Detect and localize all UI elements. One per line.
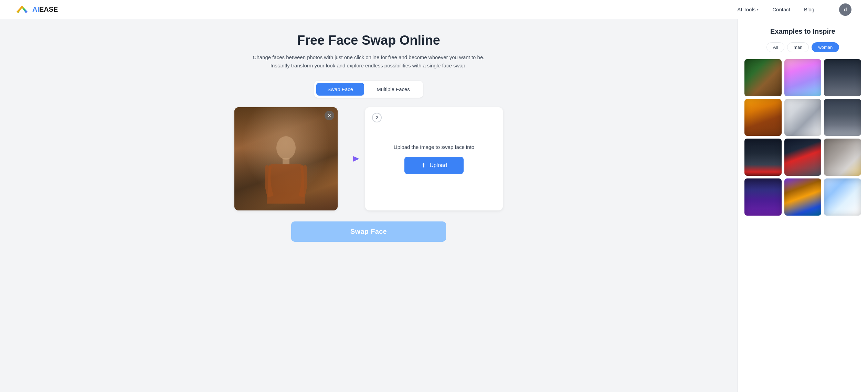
logo-text: AIEASE xyxy=(32,6,58,13)
nav-contact[interactable]: Contact xyxy=(772,7,790,12)
close-button[interactable]: ✕ xyxy=(325,111,334,120)
grid-image-img4[interactable] xyxy=(744,99,782,136)
source-image xyxy=(234,107,338,210)
upload-button[interactable]: ⬆ Upload xyxy=(404,157,464,174)
svg-point-0 xyxy=(276,136,296,160)
grid-image-img6[interactable] xyxy=(824,99,861,136)
tabs-container: Swap Face Multiple Faces xyxy=(314,81,423,98)
filter-all[interactable]: All xyxy=(766,42,784,52)
filter-chips: All man woman xyxy=(744,42,861,52)
grid-image-img12[interactable] xyxy=(824,178,861,216)
sidebar-title: Examples to Inspire xyxy=(744,28,861,35)
workspace: ✕ 2 xyxy=(234,107,503,210)
filter-woman[interactable]: woman xyxy=(812,42,839,52)
grid-image-img5[interactable] xyxy=(784,99,822,136)
sidebar: Examples to Inspire All man woman xyxy=(737,19,868,392)
navigation: AIEASE AI Tools ▾ Contact Blog d xyxy=(0,0,868,19)
grid-image-img8[interactable] xyxy=(784,139,822,176)
content-area: Free Face Swap Online Change faces betwe… xyxy=(0,19,737,392)
figure-silhouette xyxy=(265,135,307,210)
logo-icon xyxy=(17,6,28,13)
arrow-container xyxy=(338,154,365,164)
nav-links: AI Tools ▾ Contact Blog d xyxy=(737,3,851,16)
grid-image-img10[interactable] xyxy=(744,178,782,216)
swap-face-button[interactable]: Swap Face xyxy=(291,221,446,242)
step-badge: 2 xyxy=(372,113,382,122)
grid-image-img1[interactable] xyxy=(744,59,782,96)
filter-man[interactable]: man xyxy=(787,42,809,52)
grid-image-img7[interactable] xyxy=(744,139,782,176)
arrow-icon xyxy=(343,154,360,164)
avatar[interactable]: d xyxy=(839,3,851,16)
upload-icon: ⬆ xyxy=(421,162,426,169)
source-panel: ✕ xyxy=(234,107,338,210)
grid-image-img11[interactable] xyxy=(784,178,822,216)
grid-image-img9[interactable] xyxy=(824,139,861,176)
nav-ai-tools[interactable]: AI Tools ▾ xyxy=(737,7,759,12)
page-subtitle: Change faces between photos with just on… xyxy=(248,53,489,70)
grid-image-img3[interactable] xyxy=(824,59,861,96)
chevron-down-icon: ▾ xyxy=(757,8,759,11)
nav-blog[interactable]: Blog xyxy=(804,7,814,12)
upload-label: Upload the image to swap face into xyxy=(394,144,474,150)
logo[interactable]: AIEASE xyxy=(17,6,58,13)
grid-image-img2[interactable] xyxy=(784,59,822,96)
image-grid xyxy=(744,59,861,216)
page-title: Free Face Swap Online xyxy=(297,33,440,48)
target-panel: 2 Upload the image to swap face into ⬆ U… xyxy=(365,107,503,210)
tab-swap-face[interactable]: Swap Face xyxy=(316,83,364,96)
main-layout: Free Face Swap Online Change faces betwe… xyxy=(0,19,868,392)
svg-rect-1 xyxy=(283,158,289,164)
tab-multiple-faces[interactable]: Multiple Faces xyxy=(366,83,421,96)
